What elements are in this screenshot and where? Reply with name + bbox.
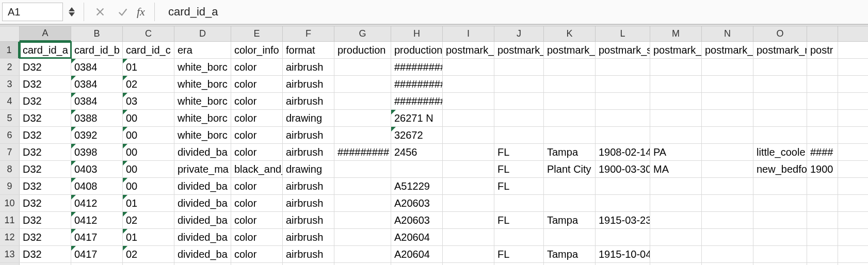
row-header[interactable]: 8: [0, 161, 20, 177]
cell[interactable]: new_bedfo: [753, 161, 807, 177]
cell[interactable]: white_borc: [174, 93, 231, 109]
cell[interactable]: [443, 59, 494, 75]
cell[interactable]: 0388: [71, 110, 123, 126]
cell[interactable]: airbrush: [283, 127, 334, 143]
column-header[interactable]: E: [231, 26, 283, 41]
cell[interactable]: #########: [391, 76, 443, 92]
cell[interactable]: color: [231, 195, 283, 211]
cell[interactable]: 2456: [391, 144, 443, 160]
cell[interactable]: [334, 195, 391, 211]
cell[interactable]: Tampa: [544, 212, 596, 228]
cell[interactable]: [544, 178, 596, 194]
cell[interactable]: [702, 93, 753, 109]
cell[interactable]: postmark_r: [753, 42, 807, 58]
cell[interactable]: [443, 127, 494, 143]
cell[interactable]: [753, 246, 807, 262]
cell[interactable]: private_ma: [174, 161, 231, 177]
cell[interactable]: [544, 110, 596, 126]
cell[interactable]: divided_ba: [174, 229, 231, 245]
cell[interactable]: FL: [494, 246, 544, 262]
cell[interactable]: [596, 59, 650, 75]
cell[interactable]: [71, 263, 123, 265]
cell[interactable]: 0403: [71, 161, 123, 177]
cell[interactable]: [596, 195, 650, 211]
cell[interactable]: Tampa: [544, 246, 596, 262]
cell[interactable]: color: [231, 229, 283, 245]
cell[interactable]: [650, 178, 702, 194]
cell[interactable]: [443, 93, 494, 109]
cell[interactable]: [596, 127, 650, 143]
cell[interactable]: [753, 212, 807, 228]
column-header[interactable]: K: [544, 26, 596, 41]
column-header[interactable]: J: [494, 26, 544, 41]
cell[interactable]: 0408: [71, 178, 123, 194]
cell[interactable]: [334, 212, 391, 228]
cell[interactable]: postmark_s: [544, 42, 596, 58]
cell[interactable]: airbrush: [283, 195, 334, 211]
column-header[interactable]: L: [596, 26, 650, 41]
column-header[interactable]: M: [650, 26, 702, 41]
cell[interactable]: color: [231, 127, 283, 143]
cell[interactable]: 01: [123, 195, 174, 211]
cell[interactable]: production: [334, 42, 391, 58]
cell[interactable]: [807, 195, 838, 211]
cell[interactable]: divided_ba: [174, 144, 231, 160]
cell[interactable]: [334, 246, 391, 262]
cell[interactable]: [596, 93, 650, 109]
cell[interactable]: [702, 76, 753, 92]
row-header[interactable]: 5: [0, 110, 20, 126]
cell[interactable]: [544, 76, 596, 92]
cell[interactable]: 00: [123, 178, 174, 194]
cell[interactable]: D32: [20, 229, 71, 245]
cell[interactable]: color_info: [231, 42, 283, 58]
cell[interactable]: 01: [123, 59, 174, 75]
cell[interactable]: Tampa: [544, 144, 596, 160]
cell[interactable]: [391, 263, 443, 265]
cell[interactable]: [443, 144, 494, 160]
cell[interactable]: D32: [20, 144, 71, 160]
cell[interactable]: airbrush: [283, 246, 334, 262]
cell[interactable]: [650, 93, 702, 109]
cell[interactable]: airbrush: [283, 144, 334, 160]
cell[interactable]: [443, 178, 494, 194]
cell[interactable]: [807, 246, 838, 262]
cell[interactable]: [753, 263, 807, 265]
cell[interactable]: 1900-03-30T12:00:00: [596, 161, 650, 177]
cell[interactable]: white_borc: [174, 110, 231, 126]
cell[interactable]: [650, 246, 702, 262]
cell[interactable]: [650, 59, 702, 75]
row-header[interactable]: [0, 263, 20, 265]
cell[interactable]: [123, 263, 174, 265]
cell[interactable]: D32: [20, 59, 71, 75]
cell[interactable]: 01: [123, 229, 174, 245]
select-all-corner[interactable]: [0, 26, 20, 41]
cell[interactable]: white_borc: [174, 76, 231, 92]
cell[interactable]: [807, 110, 838, 126]
cell[interactable]: FL: [494, 212, 544, 228]
cell[interactable]: divided_ba: [174, 178, 231, 194]
cell[interactable]: [231, 263, 283, 265]
cell[interactable]: postr: [807, 42, 838, 58]
cell[interactable]: airbrush: [283, 93, 334, 109]
cell[interactable]: [753, 76, 807, 92]
cell[interactable]: [334, 127, 391, 143]
cell[interactable]: [702, 246, 753, 262]
cell[interactable]: 32672: [391, 127, 443, 143]
cell[interactable]: color: [231, 246, 283, 262]
cell[interactable]: [443, 263, 494, 265]
cell[interactable]: [702, 59, 753, 75]
cell[interactable]: [807, 229, 838, 245]
name-box[interactable]: A1: [2, 3, 63, 21]
column-header[interactable]: C: [123, 26, 174, 41]
row-header[interactable]: 4: [0, 93, 20, 109]
cell[interactable]: FL: [494, 144, 544, 160]
cell[interactable]: 1900: [807, 161, 838, 177]
cell[interactable]: [702, 263, 753, 265]
cell[interactable]: [20, 263, 71, 265]
cell[interactable]: [544, 127, 596, 143]
spreadsheet-grid[interactable]: A B C D E F G H I J K L M N O 1card_id_a…: [0, 25, 868, 265]
cell[interactable]: 02: [123, 76, 174, 92]
cell[interactable]: postmark_r: [702, 42, 753, 58]
cell[interactable]: [334, 178, 391, 194]
cell[interactable]: format: [283, 42, 334, 58]
